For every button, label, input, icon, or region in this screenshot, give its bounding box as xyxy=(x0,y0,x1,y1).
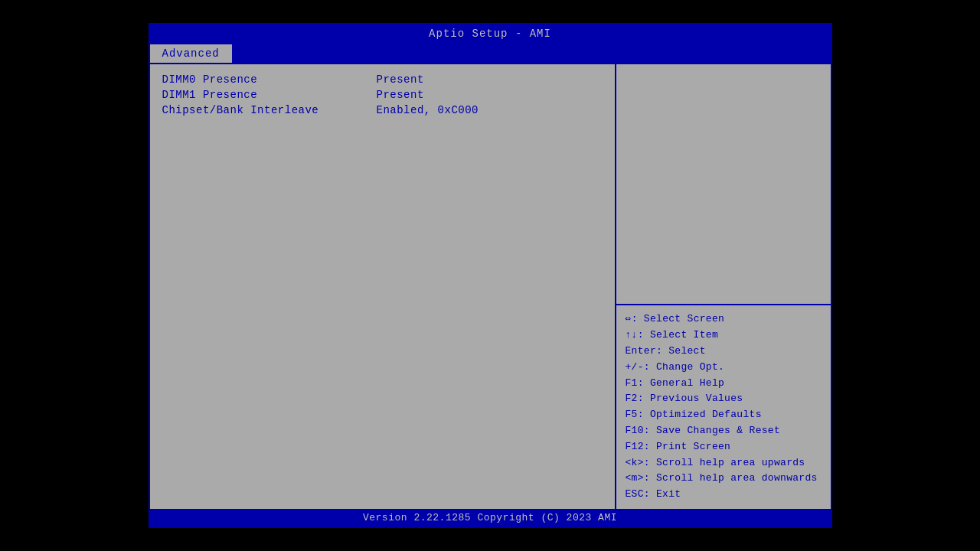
setting-name-dimm1: DIMM1 Presence xyxy=(162,89,377,101)
setting-name-chipset: Chipset/Bank Interleave xyxy=(162,104,377,116)
setting-value-dimm0: Present xyxy=(377,73,424,86)
key-help-row-enter: Enter: Select xyxy=(626,344,822,360)
key-help-row-f10: F10: Save Changes & Reset xyxy=(626,423,822,439)
key-help-row-esc: ESC: Exit xyxy=(626,487,822,503)
table-row: Chipset/Bank Interleave Enabled, 0xC000 xyxy=(162,104,603,116)
content-area: DIMM0 Presence Present DIMM1 Presence Pr… xyxy=(150,64,831,509)
footer-text: Version 2.22.1285 Copyright (C) 2023 AMI xyxy=(363,512,617,523)
main-panel: DIMM0 Presence Present DIMM1 Presence Pr… xyxy=(150,64,616,509)
setting-name-dimm0: DIMM0 Presence xyxy=(162,73,377,86)
title-text: Aptio Setup - AMI xyxy=(429,28,551,40)
table-row: DIMM1 Presence Present xyxy=(162,89,603,101)
key-help-row-k: <k>: Scroll help area upwards xyxy=(626,455,822,471)
footer-bar: Version 2.22.1285 Copyright (C) 2023 AMI xyxy=(150,509,831,527)
key-help-row-f2: F2: Previous Values xyxy=(626,391,822,407)
table-row: DIMM0 Presence Present xyxy=(162,73,603,86)
setting-value-chipset: Enabled, 0xC000 xyxy=(377,104,479,116)
key-help-row-m: <m>: Scroll help area downwards xyxy=(626,471,822,487)
key-help-row-plusminus: +/-: Change Opt. xyxy=(626,360,822,376)
title-bar: Aptio Setup - AMI xyxy=(150,24,831,43)
key-help-row-f12: F12: Print Screen xyxy=(626,439,822,455)
setting-value-dimm1: Present xyxy=(377,89,424,101)
bios-window: Aptio Setup - AMI Advanced DIMM0 Presenc… xyxy=(149,23,832,528)
key-help-row-f1: F1: General Help xyxy=(626,376,822,392)
help-area xyxy=(616,64,831,304)
key-help-row-select-item: ↑↓: Select Item xyxy=(626,328,822,344)
menu-bar: Advanced xyxy=(150,43,831,64)
side-panel: ⇔: Select Screen ↑↓: Select Item Enter: … xyxy=(616,64,831,509)
key-help-row-select-screen: ⇔: Select Screen xyxy=(626,311,822,328)
key-help-row-f5: F5: Optimized Defaults xyxy=(626,407,822,423)
key-help-area: ⇔: Select Screen ↑↓: Select Item Enter: … xyxy=(616,305,831,509)
tab-advanced[interactable]: Advanced xyxy=(150,44,232,63)
